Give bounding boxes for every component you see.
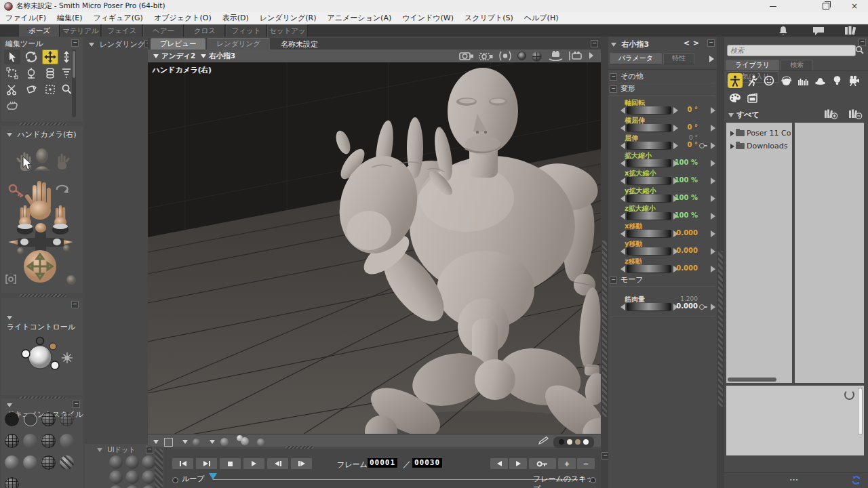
panel-resize-handle[interactable] (19, 123, 66, 125)
panel-resize-handle[interactable] (19, 294, 66, 297)
view-magnifier-hand-tool[interactable] (4, 98, 20, 113)
parameter-dial[interactable]: x移動 -0.000 (610, 222, 715, 239)
dial-decrement-arrow[interactable] (620, 195, 625, 202)
edit-keyframes-button[interactable] (528, 458, 557, 470)
scenes-category-icon[interactable] (745, 90, 760, 105)
color-chips[interactable] (553, 436, 594, 448)
minimize-button[interactable] (760, 0, 787, 12)
room-tab[interactable]: ヘアー (143, 24, 184, 37)
translate-tool[interactable] (42, 49, 58, 64)
total-frames-field[interactable]: 00030 (412, 458, 442, 468)
dial-decrement-arrow[interactable] (620, 125, 625, 131)
chain-break-tool[interactable] (42, 66, 58, 81)
sphere-view-icon[interactable] (517, 51, 527, 61)
dial-increment-arrow[interactable] (673, 107, 678, 114)
dial-expand-arrow[interactable] (711, 160, 715, 167)
dial-decrement-arrow[interactable] (620, 160, 625, 167)
style-flat-shaded[interactable] (23, 434, 37, 448)
section-morph[interactable]: −モーフ (610, 274, 715, 287)
translate-in-out-tool[interactable] (61, 49, 72, 64)
style-silhouette[interactable] (5, 412, 19, 426)
step-forward-button[interactable] (290, 458, 313, 470)
taper-tool[interactable] (61, 66, 72, 81)
actor-selector[interactable]: 右小指3 (201, 52, 235, 61)
stop-button[interactable] (219, 458, 241, 470)
grouping-tool[interactable] (4, 82, 20, 97)
dial-expand-arrow[interactable] (711, 125, 715, 131)
room-tab[interactable]: ポーズ (19, 24, 60, 37)
menu-item[interactable]: アニメーション(A) (322, 13, 397, 23)
parameter-dial[interactable]: x拡大縮小 100 % (610, 169, 715, 186)
collapse-triangle-icon[interactable] (89, 43, 94, 47)
edit-tools-collapse-button[interactable]: − (71, 39, 79, 47)
viewport-tab[interactable]: レンダリング (207, 38, 269, 49)
camera-select-icon[interactable] (478, 51, 494, 62)
menu-item[interactable]: 編集(E) (52, 13, 88, 23)
more-options-dots[interactable]: ⋯ (789, 474, 799, 485)
expand-triangle-icon[interactable] (730, 131, 734, 136)
menu-item[interactable]: スクリプト(S) (459, 13, 519, 23)
parameter-dial-morph[interactable]: 筋肉量 1.200 0.000 (610, 295, 715, 315)
dial-expand-arrow[interactable] (711, 266, 715, 272)
collapse-triangle-icon[interactable] (7, 403, 12, 407)
ui-dot[interactable] (125, 485, 139, 488)
ui-dot[interactable] (109, 470, 123, 484)
close-button[interactable]: × (841, 0, 868, 12)
document-style-collapse-button[interactable]: − (73, 401, 80, 408)
restore-button[interactable] (812, 0, 840, 12)
remove-library-icon[interactable] (848, 108, 863, 119)
timeline-track[interactable] (213, 479, 578, 480)
parameters-tab[interactable]: パラメータ (610, 53, 662, 64)
dial-expand-arrow[interactable] (711, 142, 715, 149)
next-actor-button[interactable]: > (693, 39, 699, 47)
content-library-icon[interactable] (842, 25, 860, 36)
current-frame-field[interactable]: 00001 (368, 458, 397, 468)
zoom-tool[interactable] (61, 82, 72, 97)
chat-bubble-icon[interactable] (811, 25, 826, 36)
style-lit-wireframe[interactable] (5, 434, 19, 448)
expand-triangle-icon[interactable] (730, 144, 734, 149)
style-smooth-shaded[interactable] (5, 455, 19, 470)
dial-expand-arrow[interactable] (711, 230, 715, 237)
search-icon[interactable] (855, 45, 864, 54)
dial-decrement-arrow[interactable] (620, 213, 625, 220)
camera-flyaround-icon[interactable] (547, 51, 564, 61)
loop-radio[interactable] (172, 475, 178, 484)
ui-dot[interactable] (109, 485, 123, 488)
twist-tool[interactable] (23, 66, 39, 81)
library-root-selector[interactable]: すべて (728, 110, 760, 120)
library-search-input[interactable] (727, 45, 856, 56)
morph-tool[interactable] (42, 82, 58, 97)
rotate-tool[interactable] (23, 49, 39, 64)
menu-item[interactable]: ヘルプ(H) (519, 13, 564, 23)
room-tab[interactable]: フィット (226, 24, 267, 37)
library-folder-tree[interactable]: Poser 11 Co Downloads (726, 123, 792, 383)
props-category-icon[interactable] (812, 73, 827, 88)
light-control-widget[interactable] (1, 332, 80, 393)
notifications-bell-icon[interactable] (776, 25, 791, 36)
delete-keyframe-button[interactable]: − (576, 458, 595, 470)
parameter-dial[interactable]: 拡大縮小 100 % (610, 151, 715, 169)
library-tab[interactable]: 検索 (781, 60, 813, 71)
lens-icon[interactable] (498, 51, 513, 61)
style-flat-lined[interactable] (41, 434, 56, 448)
dial-decrement-arrow[interactable] (620, 178, 625, 184)
section-other[interactable]: −その他 (610, 71, 715, 83)
room-tab[interactable]: クロス (184, 24, 225, 37)
edit-colors-pencil-icon[interactable] (538, 436, 549, 445)
depth-cue-dropdown[interactable] (153, 437, 173, 447)
style-texture-shaded[interactable] (5, 477, 19, 488)
tree-row[interactable]: Downloads (726, 140, 792, 152)
ui-dot[interactable] (125, 470, 139, 484)
dial-cylinder[interactable] (627, 124, 671, 131)
ui-dot[interactable] (109, 455, 123, 469)
room-tab[interactable]: セットアップ (267, 24, 308, 37)
dial-cylinder[interactable] (627, 247, 671, 255)
lights-category-icon[interactable] (829, 73, 844, 88)
ui-dots-collapse-button[interactable]: − (146, 446, 153, 453)
collapse-triangle-icon[interactable] (97, 448, 102, 452)
style-sketch[interactable] (60, 455, 74, 470)
add-library-icon[interactable] (823, 108, 838, 119)
dial-expand-arrow[interactable] (711, 248, 715, 255)
parameter-dial[interactable]: y拡大縮小 100 % (610, 186, 715, 204)
